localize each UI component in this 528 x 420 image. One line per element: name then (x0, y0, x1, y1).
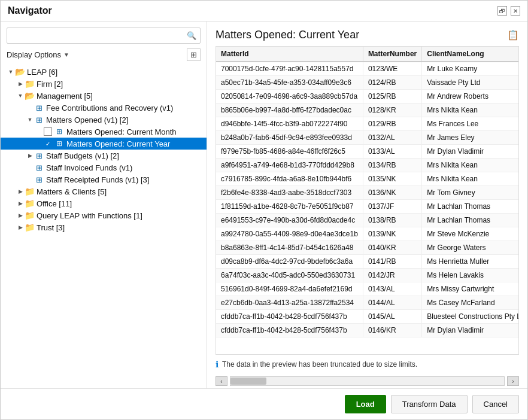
table-row[interactable]: a9924780-0a55-4409-98e9-d0e4ae3dce1b0139… (216, 227, 519, 241)
search-row: 🔍 (7, 28, 201, 44)
scroll-thumb[interactable] (230, 378, 266, 385)
table-cell-15-0: 6a74f03c-aa3c-40d5-adc0-550ed3630731 (216, 269, 363, 282)
left-panel: 🔍 Display Options ▼ ⊞ ▼ 📂 LEAP [6] (1, 22, 207, 388)
table-row[interactable]: cfddb7ca-ff1b-4042-b428-5cdf756f437b0145… (216, 310, 519, 324)
table-row[interactable]: d946bbfe-14f5-4fcc-b3f9-ab0722274f900129… (216, 117, 519, 131)
table-row[interactable]: f2b6fe4e-8338-4ad3-aabe-3518dccf73030136… (216, 186, 519, 200)
arrow-icon-query: ▶ (16, 211, 25, 220)
checkbox-current-month[interactable] (44, 127, 52, 136)
table-row[interactable]: a9f64951-a749-4e68-b1d3-770fddd429b80134… (216, 159, 519, 172)
table-row[interactable]: f979e75b-fb85-4686-a84e-46ffcf6f26c50133… (216, 145, 519, 159)
arrow-icon-matters: ▼ (26, 115, 34, 124)
tree-item-staff-budgets[interactable]: ▶ ⊞ Staff Budgets (v1) [2] (1, 150, 207, 162)
arrow-icon-leap: ▼ (7, 68, 15, 76)
tree-label-trust: Trust [3] (37, 223, 65, 232)
table-cell-1-1: 0124/RB (363, 76, 421, 90)
export-button[interactable]: 📋 (507, 29, 519, 41)
table-row[interactable]: e27cb6db-0aa3-4d13-a25a-13872ffa25340144… (216, 296, 519, 310)
title-bar: Navigator 🗗 ✕ (1, 1, 527, 22)
col-header-client-name: ClientNameLong (422, 47, 519, 62)
checkbox-current-year[interactable]: ✓ (44, 139, 52, 148)
tree-item-matters-clients[interactable]: ▶ 📁 Matters & Clients [5] (1, 185, 207, 197)
scroll-track[interactable] (230, 376, 505, 386)
table-row[interactable]: cfddb7ca-ff1b-4042-b428-5cdf756f437b0146… (216, 324, 519, 337)
table-cell-4-1: 0129/RB (363, 117, 421, 131)
tree-item-leap[interactable]: ▼ 📂 LEAP [6] (1, 66, 207, 78)
tree-item-current-month[interactable]: ▶ ⊞ Matters Opened: Current Month (1, 126, 207, 138)
table-cell-12-1: 0139/NK (363, 227, 421, 241)
tree-item-query-leap[interactable]: ▶ 📁 Query LEAP with Functions [1] (1, 209, 207, 221)
table-cell-19-0: cfddb7ca-ff1b-4042-b428-5cdf756f437b (216, 324, 363, 337)
table-row[interactable]: 02050814-7e09-4698-a6c9-3aa889cb57da0125… (216, 90, 519, 104)
load-button[interactable]: Load (345, 395, 386, 413)
tree-item-firm[interactable]: ▶ 📁 Firm [2] (1, 78, 207, 90)
table-row[interactable]: 1f81159d-a1be-4628-8c7b-7e5051f9cb870137… (216, 200, 519, 214)
table-cell-4-0: d946bbfe-14f5-4fcc-b3f9-ab0722274f90 (216, 117, 363, 131)
table-row[interactable]: e6491553-c97e-490b-a30d-6fd8d0acde4c0138… (216, 214, 519, 227)
columns-button[interactable]: ⊞ (187, 48, 201, 61)
table-icon-year: ⊞ (54, 139, 64, 148)
table-icon-matters: ⊞ (34, 115, 44, 124)
main-content: 🔍 Display Options ▼ ⊞ ▼ 📂 LEAP [6] (1, 22, 527, 388)
table-row[interactable]: b248a0b7-fab6-45df-9c94-e893fee0933d0132… (216, 131, 519, 145)
right-panel: Matters Opened: Current Year 📋 MatterId … (207, 22, 527, 388)
table-cell-6-1: 0133/AL (363, 145, 421, 159)
table-cell-3-0: b865b06e-b997-4a8d-bff6-f27bdadec0ac (216, 104, 363, 117)
transform-data-button[interactable]: Transform Data (391, 395, 468, 413)
tree-item-matters-opened[interactable]: ▼ ⊞ Matters Opened (v1) [2] (1, 114, 207, 126)
table-row[interactable]: d09ca8b9-df6a-4dc2-97cd-9bdefb6c3a6a0141… (216, 255, 519, 269)
table-cell-14-0: d09ca8b9-df6a-4dc2-97cd-9bdefb6c3a6a (216, 255, 363, 269)
folder-icon-trust: 📁 (25, 223, 34, 232)
tree-item-current-year[interactable]: ▶ ✓ ⊞ Matters Opened: Current Year (1, 138, 207, 150)
tree-label-leap: LEAP [6] (27, 68, 57, 77)
display-options-toggle[interactable]: Display Options ▼ (7, 50, 69, 59)
restore-button[interactable]: 🗗 (497, 6, 507, 16)
table-cell-18-1: 0145/AL (363, 310, 421, 324)
tree-item-management[interactable]: ▼ 📂 Management [5] (1, 90, 207, 102)
title-bar-controls: 🗗 ✕ (497, 6, 520, 16)
table-cell-19-1: 0146/KR (363, 324, 421, 337)
col-header-matter-id: MatterId (216, 47, 363, 62)
table-row[interactable]: c7916785-899c-4fda-a6a8-8e10fb944bf60135… (216, 172, 519, 186)
preview-title: Matters Opened: Current Year (216, 29, 359, 41)
tree-item-staff-receipted[interactable]: ▶ ⊞ Staff Receipted Funds (v1) [3] (1, 174, 207, 185)
table-row[interactable]: 516961d0-849f-4699-82a4-da6efef2169d0143… (216, 282, 519, 296)
scroll-right-button[interactable]: › (507, 376, 519, 386)
table-cell-9-1: 0136/NK (363, 186, 421, 200)
table-cell-1-2: Vaissade Pty Ltd (422, 76, 519, 90)
tree-item-fee-contributions[interactable]: ▶ ⊞ Fee Contributions and Recovery (v1) (1, 102, 207, 114)
folder-icon-query: 📁 (25, 211, 34, 220)
tree-label-query-leap: Query LEAP with Functions [1] (37, 211, 142, 220)
table-row[interactable]: 6a74f03c-aa3c-40d5-adc0-550ed36307310142… (216, 269, 519, 282)
chevron-down-icon: ▼ (63, 51, 69, 58)
table-cell-10-0: 1f81159d-a1be-4628-8c7b-7e5051f9cb87 (216, 200, 363, 214)
table-cell-7-1: 0134/RB (363, 159, 421, 172)
table-cell-11-0: e6491553-c97e-490b-a30d-6fd8d0acde4c (216, 214, 363, 227)
table-row[interactable]: a50ec71b-34a5-45fe-a353-034aff09e3c60124… (216, 76, 519, 90)
table-cell-1-0: a50ec71b-34a5-45fe-a353-034aff09e3c6 (216, 76, 363, 90)
table-cell-11-1: 0138/RB (363, 214, 421, 227)
search-button[interactable]: 🔍 (183, 29, 200, 42)
tree-label-current-year: Matters Opened: Current Year (66, 139, 170, 148)
table-cell-10-1: 0137/JF (363, 200, 421, 214)
tree-item-staff-invoiced[interactable]: ▶ ⊞ Staff Invoiced Funds (v1) (1, 162, 207, 174)
search-input[interactable] (7, 28, 183, 43)
scroll-left-button[interactable]: ‹ (216, 376, 227, 386)
folder-closed-icon-firm: 📁 (25, 79, 34, 89)
horizontal-scrollbar[interactable]: ‹ › (216, 374, 519, 388)
cancel-button[interactable]: Cancel (472, 395, 519, 413)
display-options-label-text: Display Options (7, 50, 61, 59)
data-table-container[interactable]: MatterId MatterNumber ClientNameLong 700… (216, 46, 519, 355)
table-row[interactable]: b865b06e-b997-4a8d-bff6-f27bdadec0ac0128… (216, 104, 519, 117)
close-button[interactable]: ✕ (511, 6, 520, 16)
table-cell-5-2: Mr James Eley (422, 131, 519, 145)
table-row[interactable]: b8a6863e-8ff1-4c14-85d7-b454c1626a480140… (216, 241, 519, 255)
table-row[interactable]: 7000175d-0cfe-479f-ac90-1428115a557d0123… (216, 62, 519, 76)
tree-item-office[interactable]: ▶ 📁 Office [11] (1, 197, 207, 209)
tree-item-trust[interactable]: ▶ 📁 Trust [3] (1, 221, 207, 233)
table-icon-fee: ⊞ (34, 103, 44, 112)
table-cell-3-1: 0128/KR (363, 104, 421, 117)
table-cell-9-2: Mr Tom Givney (422, 186, 519, 200)
tree-area: ▼ 📂 LEAP [6] ▶ 📁 Firm [2] ▼ 📂 Management… (1, 65, 207, 388)
truncate-notice-text: The data in the preview has been truncat… (222, 360, 417, 369)
